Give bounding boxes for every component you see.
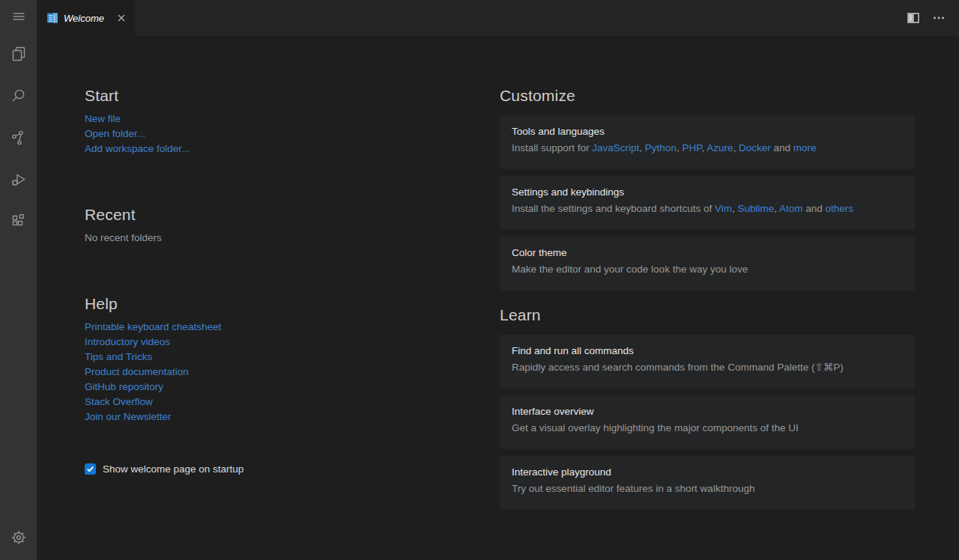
close-icon[interactable] [115, 12, 127, 24]
check-icon [86, 465, 94, 473]
editor-actions [907, 0, 959, 36]
card-title: Settings and keybindings [512, 186, 903, 198]
help-links: Printable keyboard cheatsheetIntroductor… [85, 320, 384, 424]
welcome-link[interactable]: Stack Overflow [85, 395, 153, 410]
inline-link[interactable]: Sublime [737, 203, 774, 214]
activity-item-search[interactable] [0, 75, 37, 117]
start-section: Start New fileOpen folder...Add workspac… [85, 87, 384, 156]
no-recent-folders-text: No recent folders [85, 231, 384, 246]
customize-section: Customize Tools and languagesInstall sup… [500, 87, 915, 290]
welcome-link[interactable]: GitHub repository [85, 380, 163, 395]
card-title: Interface overview [512, 406, 903, 417]
inline-link[interactable]: Docker [739, 142, 771, 153]
welcome-link[interactable]: Tips and Tricks [85, 350, 152, 365]
extensions-icon [10, 213, 28, 231]
card-description: Install the settings and keyboard shortc… [512, 202, 903, 216]
welcome-card[interactable]: Interface overviewGet a visual overlay h… [500, 395, 915, 449]
show-welcome-on-startup-row[interactable]: Show welcome page on startup [85, 463, 243, 475]
inline-link[interactable]: more [793, 142, 817, 153]
card-description: Get a visual overlay highlighting the ma… [512, 421, 903, 435]
welcome-link[interactable]: New file [85, 112, 121, 127]
activity-bar-spacer [0, 243, 37, 520]
card-description: Try out essential editor features in a s… [512, 482, 903, 496]
inline-link[interactable]: Atom [779, 203, 803, 214]
recent-section: Recent No recent folders [85, 206, 384, 246]
source-control-icon [10, 129, 28, 147]
welcome-book-icon [46, 12, 58, 24]
customize-title: Customize [500, 87, 915, 105]
welcome-link[interactable]: Printable keyboard cheatsheet [85, 320, 221, 335]
menu-button[interactable] [0, 0, 37, 33]
activity-item-source-control[interactable] [0, 117, 37, 159]
explorer-icon [10, 45, 28, 63]
activity-bar [0, 0, 37, 560]
welcome-card[interactable]: Interactive playgroundTry out essential … [500, 456, 915, 510]
startup-checkbox-label: Show welcome page on startup [103, 463, 243, 475]
card-title: Tools and languages [512, 126, 903, 137]
inline-link[interactable]: JavaScript [592, 142, 639, 153]
tab-welcome[interactable]: Welcome [37, 0, 135, 36]
welcome-card[interactable]: Color themeMake the editor and your code… [500, 237, 915, 290]
search-icon [10, 87, 28, 105]
welcome-link[interactable]: Open folder... [85, 127, 145, 141]
startup-checkbox[interactable] [85, 463, 96, 475]
vscode-window: Welcome [0, 0, 959, 560]
learn-section: Learn Find and run all commandsRapidly a… [500, 306, 915, 510]
more-actions-icon[interactable] [932, 11, 946, 25]
welcome-link[interactable]: Product documentation [85, 365, 189, 380]
help-section: Help Printable keyboard cheatsheetIntrod… [85, 295, 384, 424]
learn-title: Learn [500, 306, 915, 324]
recent-title: Recent [85, 206, 384, 224]
inline-link[interactable]: PHP [682, 142, 701, 153]
menu-icon [10, 7, 28, 25]
settings-gear-icon [10, 529, 28, 547]
learn-cards: Find and run all commandsRapidly access … [500, 335, 915, 510]
customize-cards: Tools and languagesInstall support for J… [500, 115, 915, 290]
inline-link[interactable]: Vim [715, 203, 732, 214]
split-editor-icon[interactable] [907, 11, 920, 25]
activity-item-run-debug[interactable] [0, 159, 37, 201]
start-links: New fileOpen folder...Add workspace fold… [85, 112, 384, 156]
welcome-page: Start New fileOpen folder...Add workspac… [37, 36, 959, 560]
welcome-link[interactable]: Join our Newsletter [85, 410, 172, 424]
welcome-card[interactable]: Settings and keybindingsInstall the sett… [500, 176, 915, 230]
welcome-link[interactable]: Add workspace folder... [85, 141, 190, 156]
card-title: Interactive playground [512, 466, 903, 478]
card-title: Color theme [512, 247, 903, 258]
tab-label: Welcome [64, 13, 110, 24]
settings-button[interactable] [0, 520, 37, 556]
card-title: Find and run all commands [512, 345, 903, 356]
inline-link[interactable]: others [826, 203, 854, 214]
card-description: Install support for JavaScript, Python, … [512, 141, 903, 155]
welcome-card[interactable]: Find and run all commandsRapidly access … [500, 335, 915, 389]
activity-item-explorer[interactable] [0, 33, 37, 75]
welcome-card[interactable]: Tools and languagesInstall support for J… [500, 115, 915, 169]
card-description: Rapidly access and search commands from … [512, 361, 903, 374]
card-description: Make the editor and your code look the w… [512, 263, 903, 276]
run-debug-icon [10, 171, 28, 189]
activity-item-extensions[interactable] [0, 201, 37, 243]
start-title: Start [85, 87, 384, 105]
tab-bar: Welcome [37, 0, 959, 36]
inline-link[interactable]: Python [645, 142, 677, 153]
help-title: Help [85, 295, 384, 313]
welcome-link[interactable]: Introductory videos [85, 335, 170, 350]
inline-link[interactable]: Azure [707, 142, 733, 153]
